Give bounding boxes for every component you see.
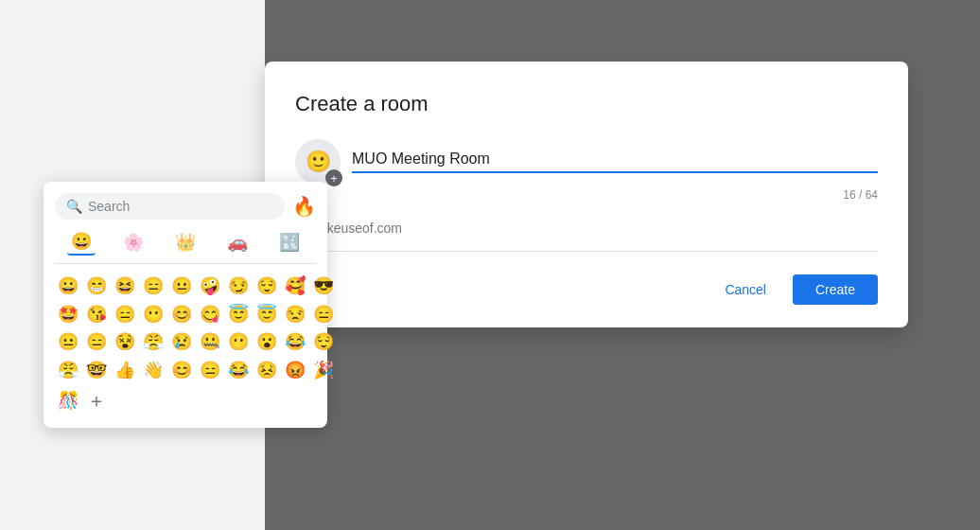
invite-row: [295, 217, 878, 252]
emoji-btn[interactable]: 😡: [282, 358, 308, 384]
emoji-btn[interactable]: 😂: [225, 358, 252, 384]
emoji-btn[interactable]: 😑: [140, 274, 166, 300]
emoji-btn[interactable]: 😏: [225, 274, 252, 300]
avatar-circle[interactable]: 🙂 +: [295, 139, 341, 185]
emoji-btn[interactable]: 😊: [168, 302, 195, 328]
emoji-search-input[interactable]: [88, 199, 273, 214]
emoji-btn[interactable]: 😂: [282, 329, 308, 356]
emoji-add-more-button[interactable]: ＋: [83, 385, 110, 416]
flame-icon: 🔥: [292, 195, 316, 218]
emoji-btn[interactable]: 😮: [254, 329, 280, 356]
emoji-btn[interactable]: 😤: [55, 358, 81, 384]
emoji-btn[interactable]: 😎: [310, 274, 337, 300]
emoji-btn[interactable]: 😇: [225, 302, 252, 328]
emoji-btn[interactable]: 😋: [197, 302, 223, 328]
create-button[interactable]: Create: [793, 274, 878, 305]
room-name-input-wrap: [352, 150, 878, 173]
emoji-btn[interactable]: 🎊: [55, 385, 81, 416]
emoji-btn[interactable]: 🎉: [310, 358, 337, 384]
room-name-input[interactable]: [352, 150, 878, 168]
emoji-btn[interactable]: 🤐: [197, 329, 223, 356]
room-name-row: 🙂 +: [295, 139, 878, 185]
emoji-btn[interactable]: 😌: [310, 329, 337, 356]
emoji-picker: 🔍 🔥 😀 🌸 👑 🚗 🔣 😀 😁 😆 😑 😐 🤪 😏 😌 🥰 😎 🤩 😘 😑 …: [44, 182, 327, 428]
emoji-btn[interactable]: 🥰: [282, 274, 308, 300]
emoji-btn[interactable]: 😑: [83, 329, 110, 356]
emoji-cat-smiley[interactable]: 😀: [67, 229, 96, 256]
emoji-btn[interactable]: 😌: [254, 274, 280, 300]
emoji-btn[interactable]: 😶: [140, 302, 166, 328]
emoji-btn[interactable]: 😐: [168, 274, 195, 300]
emoji-grid: 😀 😁 😆 😑 😐 🤪 😏 😌 🥰 😎 🤩 😘 😑 😶 😊 😋 😇 😇 😒 😑 …: [55, 274, 316, 416]
emoji-btn[interactable]: 😑: [310, 302, 337, 328]
modal-title: Create a room: [295, 92, 878, 116]
emoji-search-row: 🔍 🔥: [55, 193, 316, 220]
emoji-btn[interactable]: 🤩: [55, 302, 81, 328]
emoji-btn[interactable]: 😐: [55, 329, 81, 356]
emoji-btn[interactable]: 😑: [112, 302, 138, 328]
emoji-search-wrap: 🔍: [55, 193, 285, 220]
avatar-emoji: 🙂: [306, 150, 331, 174]
emoji-btn[interactable]: 🤓: [83, 358, 110, 384]
emoji-cat-travel[interactable]: 🚗: [223, 229, 252, 256]
emoji-cat-objects[interactable]: 👑: [171, 229, 200, 256]
emoji-btn[interactable]: 😒: [282, 302, 308, 328]
emoji-cat-symbols[interactable]: 🔣: [275, 229, 304, 256]
emoji-btn[interactable]: 😣: [254, 358, 280, 384]
emoji-cat-nature[interactable]: 🌸: [119, 229, 148, 256]
emoji-btn[interactable]: 😆: [112, 274, 138, 300]
emoji-btn[interactable]: 😁: [83, 274, 110, 300]
emoji-btn[interactable]: 😑: [197, 358, 223, 384]
invite-input[interactable]: [295, 217, 878, 239]
emoji-btn[interactable]: 👋: [140, 358, 166, 384]
modal-actions: Cancel Create: [295, 274, 878, 305]
emoji-btn[interactable]: 😤: [140, 329, 166, 356]
emoji-btn[interactable]: 😀: [55, 274, 81, 300]
avatar-plus-icon: +: [325, 169, 342, 186]
create-room-modal: Create a room 🙂 + 16 / 64 Cancel Create: [265, 62, 908, 327]
emoji-btn[interactable]: 😊: [168, 358, 195, 384]
emoji-categories: 😀 🌸 👑 🚗 🔣: [55, 229, 316, 264]
cancel-button[interactable]: Cancel: [709, 274, 781, 305]
char-count: 16 / 64: [295, 188, 878, 202]
emoji-btn[interactable]: 🤪: [197, 274, 223, 300]
emoji-btn[interactable]: 😇: [254, 302, 280, 328]
emoji-btn[interactable]: 👍: [112, 358, 138, 384]
search-icon: 🔍: [66, 199, 82, 214]
emoji-btn[interactable]: 😵: [112, 329, 138, 356]
emoji-btn[interactable]: 😶: [225, 329, 252, 356]
emoji-btn[interactable]: 😘: [83, 302, 110, 328]
emoji-btn[interactable]: 😢: [168, 329, 195, 356]
